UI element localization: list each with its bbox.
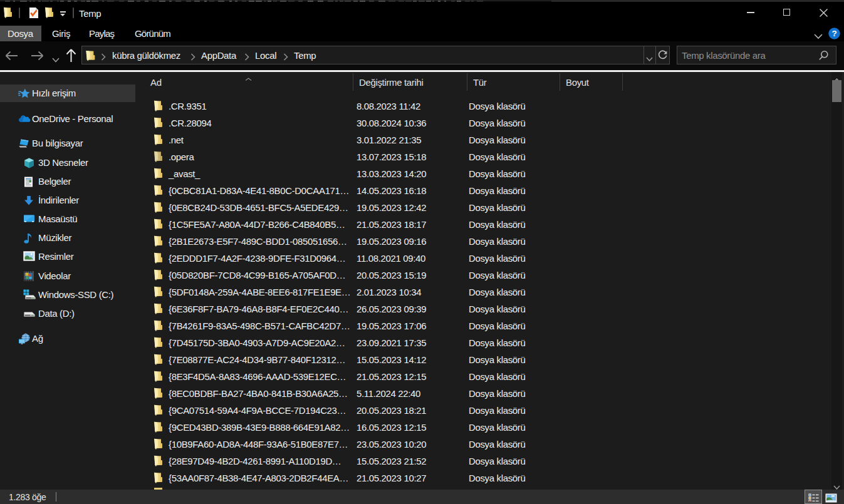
- svg-text:?: ?: [831, 29, 836, 38]
